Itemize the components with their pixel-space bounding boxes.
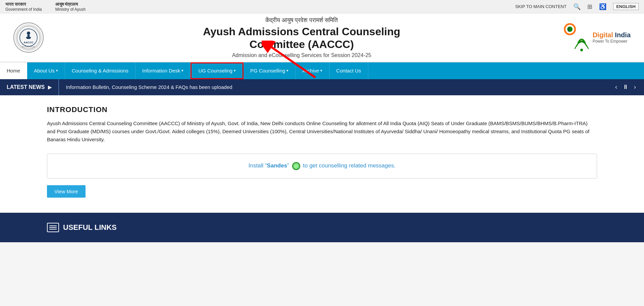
- digital-india-graphic: i: [560, 22, 590, 53]
- top-bar: भारत सरकार Government of India आयुष मंत्…: [0, 0, 644, 13]
- hindi-title: केंद्रीय आयुष प्रवेश परामर्श समिति: [44, 17, 560, 24]
- news-navigation: ‹ ⏸ ›: [607, 84, 644, 91]
- useful-links-icon: [47, 223, 59, 232]
- sitemap-icon[interactable]: ⊞: [587, 3, 592, 10]
- digital-india-text-block: Digital India Power To Empower: [593, 31, 631, 44]
- nav-counseling-admissions[interactable]: Counseling & Admissions: [65, 62, 136, 79]
- digital-india-subtext: Power To Empower: [593, 39, 631, 44]
- news-triangle-icon: ▶: [48, 85, 52, 90]
- intro-text: Ayush Admissions Central Counseling Comm…: [47, 119, 597, 144]
- gov-english: Government of India: [5, 7, 42, 12]
- news-next-button[interactable]: ›: [633, 84, 637, 91]
- language-button[interactable]: ENGLISH: [613, 3, 639, 10]
- skip-to-main-link[interactable]: SKIP TO MAIN CONTENT: [515, 4, 567, 9]
- gov-hindi: भारत सरकार: [5, 2, 42, 7]
- di-logo-area: i Digital India Power To Empower: [560, 22, 631, 53]
- svg-rect-5: [27, 38, 30, 39]
- svg-point-3: [27, 35, 30, 37]
- sandes-brand: Sandes: [267, 162, 287, 169]
- news-pause-button[interactable]: ⏸: [621, 84, 630, 91]
- sandes-box: Install “Sandes” to get counselling rela…: [47, 154, 597, 178]
- red-arrow-svg: [262, 41, 329, 81]
- search-icon[interactable]: 🔍: [573, 3, 581, 10]
- news-bar: LATEST NEWS ▶ Information Bulletin, Coun…: [0, 79, 644, 95]
- news-prev-button[interactable]: ‹: [614, 84, 619, 91]
- logo-inner: AACCC AYUSH ADMISSIONS: [15, 24, 42, 51]
- emblem-svg: AACCC AYUSH ADMISSIONS: [17, 26, 40, 49]
- intro-title: INTRODUCTION: [47, 105, 597, 114]
- nav-ug-counseling[interactable]: UG Counseling ▾: [191, 62, 244, 79]
- ug-caret: ▾: [234, 68, 236, 73]
- useful-links-header: USEFUL LINKS: [47, 223, 597, 232]
- svg-text:AYUSH ADMISSIONS: AYUSH ADMISSIONS: [22, 46, 35, 48]
- nav-about[interactable]: About Us ▾: [27, 62, 65, 79]
- footer-section: USEFUL LINKS: [0, 213, 644, 242]
- view-more-button[interactable]: View More: [47, 185, 86, 198]
- top-bar-left: भारत सरकार Government of India आयुष मंत्…: [5, 2, 86, 12]
- ministry-hindi: आयुष मंत्रालय: [55, 2, 86, 7]
- top-bar-right: SKIP TO MAIN CONTENT 🔍 ⊞ ♿ ENGLISH: [515, 3, 639, 10]
- svg-point-11: [580, 49, 583, 51]
- news-content: Information Bulletin, Counseling Scheme …: [59, 84, 607, 90]
- nav-information-desk[interactable]: Information Desk ▾: [136, 62, 191, 79]
- digital-india-label: Digital India: [593, 31, 631, 39]
- nav-home[interactable]: Home: [0, 62, 27, 79]
- news-label: LATEST NEWS ▶: [0, 79, 59, 95]
- sandes-icon: [292, 162, 300, 170]
- nav-contact-us[interactable]: Contact Us: [329, 62, 368, 79]
- accessibility-icon[interactable]: ♿: [599, 3, 606, 10]
- site-logo: AACCC AYUSH ADMISSIONS: [13, 22, 44, 53]
- svg-text:AACCC: AACCC: [24, 41, 34, 44]
- svg-line-14: [272, 47, 315, 78]
- about-caret: ▾: [56, 68, 58, 73]
- useful-links-label: USEFUL LINKS: [63, 223, 117, 232]
- gov-india-label: भारत सरकार Government of India: [5, 2, 42, 12]
- aaccc-logo: AACCC AYUSH ADMISSIONS: [13, 22, 44, 53]
- main-content: INTRODUCTION Ayush Admissions Central Co…: [0, 95, 644, 213]
- ministry-label: आयुष मंत्रालय Ministry of Ayush: [55, 2, 86, 12]
- ministry-english: Ministry of Ayush: [55, 7, 86, 12]
- digital-india-logo: i Digital India Power To Empower: [560, 22, 631, 53]
- sandes-text: Install “Sandes” to get counselling rela…: [249, 162, 395, 169]
- info-caret: ▾: [181, 68, 183, 73]
- svg-rect-4: [26, 37, 31, 38]
- svg-point-2: [27, 32, 30, 35]
